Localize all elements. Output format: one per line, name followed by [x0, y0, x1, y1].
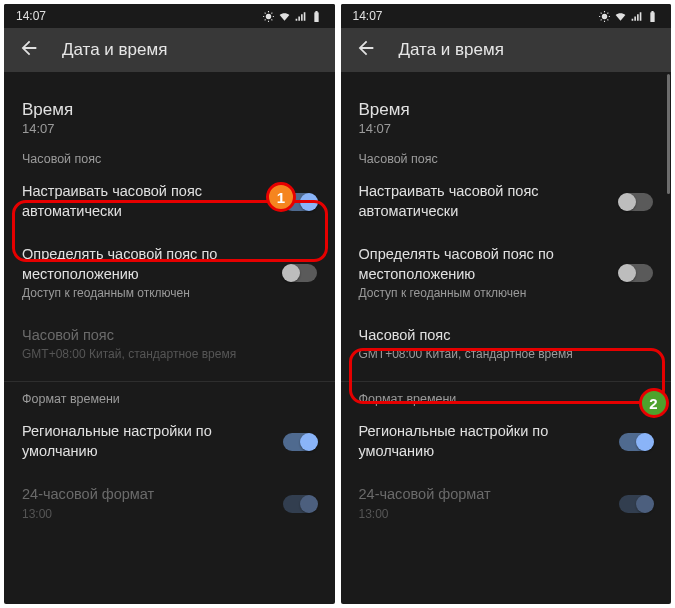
svg-point-0: [265, 13, 270, 18]
24h-format-label: 24-часовой формат: [22, 485, 273, 505]
scrollbar[interactable]: [667, 74, 670, 194]
arrow-back-icon: [355, 37, 377, 59]
phone-screen-left: 14:07 Дата и время Время 14:07 Часовой п…: [4, 4, 335, 604]
auto-timezone-toggle[interactable]: [619, 193, 653, 211]
phone-screen-right: 14:07 Дата и время Время 14:07 Часовой п…: [341, 4, 672, 604]
status-bar: 14:07: [341, 4, 672, 28]
time-section[interactable]: Время 14:07: [341, 78, 672, 140]
divider: [4, 381, 335, 382]
regional-defaults-row[interactable]: Региональные настройки по умолчанию: [4, 410, 335, 473]
auto-timezone-row[interactable]: Настраивать часовой пояс автоматически: [341, 170, 672, 233]
regional-defaults-label: Региональные настройки по умолчанию: [359, 422, 610, 461]
auto-timezone-label: Настраивать часовой пояс автоматически: [22, 182, 273, 221]
status-icons: [598, 10, 659, 23]
time-label: Время: [359, 100, 654, 120]
24h-format-row: 24-часовой формат 13:00: [341, 473, 672, 534]
regional-defaults-row[interactable]: Региональные настройки по умолчанию: [341, 410, 672, 473]
signal-icon: [294, 10, 307, 23]
regional-defaults-toggle[interactable]: [283, 433, 317, 451]
brightness-icon: [598, 10, 611, 23]
back-button[interactable]: [355, 37, 377, 63]
marker-badge-2: 2: [639, 388, 669, 418]
time-value: 14:07: [22, 121, 317, 136]
timezone-label: Часовой пояс: [359, 326, 644, 346]
tz-section-header: Часовой пояс: [4, 140, 335, 170]
format-section-header: Формат времени: [4, 388, 335, 410]
format-section-header: Формат времени: [341, 388, 672, 410]
signal-icon: [630, 10, 643, 23]
app-bar: Дата и время: [341, 28, 672, 72]
location-timezone-sub: Доступ к геоданным отключен: [22, 286, 273, 302]
timezone-row: Часовой пояс GMT+08:00 Китай, стандартно…: [4, 314, 335, 375]
auto-timezone-label: Настраивать часовой пояс автоматически: [359, 182, 610, 221]
timezone-sub: GMT+08:00 Китай, стандартное время: [359, 347, 644, 363]
back-button[interactable]: [18, 37, 40, 63]
app-bar-title: Дата и время: [399, 40, 504, 60]
status-time: 14:07: [16, 9, 46, 23]
location-timezone-row[interactable]: Определять часовой пояс по местоположени…: [341, 233, 672, 314]
marker-badge-1: 1: [266, 182, 296, 212]
timezone-row[interactable]: Часовой пояс GMT+08:00 Китай, стандартно…: [341, 314, 672, 375]
24h-format-label: 24-часовой формат: [359, 485, 610, 505]
timezone-label: Часовой пояс: [22, 326, 307, 346]
arrow-back-icon: [18, 37, 40, 59]
format-section-label: Формат времени: [22, 392, 317, 406]
svg-point-1: [602, 13, 607, 18]
regional-defaults-toggle[interactable]: [619, 433, 653, 451]
location-timezone-toggle[interactable]: [283, 264, 317, 282]
24h-format-sub: 13:00: [22, 507, 273, 523]
time-section[interactable]: Время 14:07: [4, 78, 335, 140]
divider: [341, 381, 672, 382]
24h-format-toggle: [619, 495, 653, 513]
24h-format-row: 24-часовой формат 13:00: [4, 473, 335, 534]
tz-section-header: Часовой пояс: [341, 140, 672, 170]
battery-icon: [310, 10, 323, 23]
status-bar: 14:07: [4, 4, 335, 28]
brightness-icon: [262, 10, 275, 23]
format-section-label: Формат времени: [359, 392, 654, 406]
24h-format-toggle: [283, 495, 317, 513]
wifi-icon: [278, 10, 291, 23]
battery-icon: [646, 10, 659, 23]
location-timezone-label: Определять часовой пояс по местоположени…: [359, 245, 610, 284]
location-timezone-toggle[interactable]: [619, 264, 653, 282]
settings-list: Время 14:07 Часовой пояс Настраивать час…: [4, 72, 335, 540]
tz-section-label: Часовой пояс: [22, 152, 317, 166]
status-icons: [262, 10, 323, 23]
settings-list: Время 14:07 Часовой пояс Настраивать час…: [341, 72, 672, 540]
wifi-icon: [614, 10, 627, 23]
timezone-sub: GMT+08:00 Китай, стандартное время: [22, 347, 307, 363]
time-value: 14:07: [359, 121, 654, 136]
24h-format-sub: 13:00: [359, 507, 610, 523]
status-time: 14:07: [353, 9, 383, 23]
regional-defaults-label: Региональные настройки по умолчанию: [22, 422, 273, 461]
time-label: Время: [22, 100, 317, 120]
tz-section-label: Часовой пояс: [359, 152, 654, 166]
location-timezone-row[interactable]: Определять часовой пояс по местоположени…: [4, 233, 335, 314]
location-timezone-label: Определять часовой пояс по местоположени…: [22, 245, 273, 284]
app-bar-title: Дата и время: [62, 40, 167, 60]
app-bar: Дата и время: [4, 28, 335, 72]
location-timezone-sub: Доступ к геоданным отключен: [359, 286, 610, 302]
